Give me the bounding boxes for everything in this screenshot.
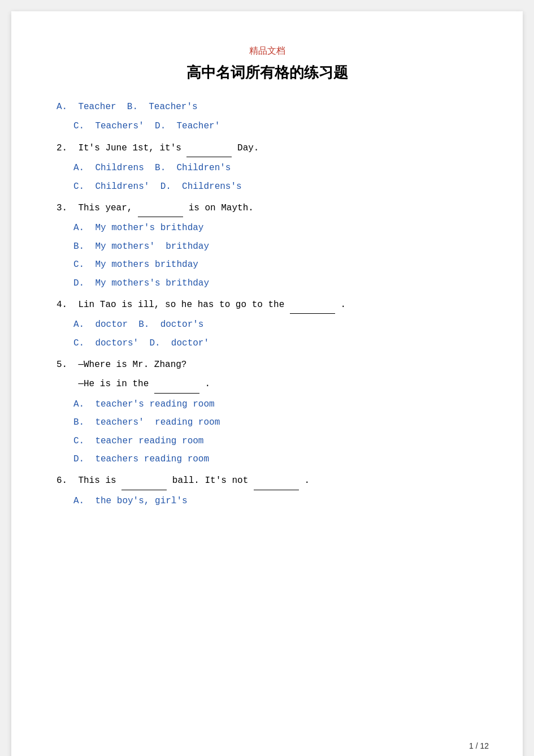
q1-option-CD: C. Teachers' D. Teacher' — [73, 118, 477, 135]
q3-text: 3. This year, is on Mayth. — [57, 200, 477, 217]
q5-text1: 5. —Where is Mr. Zhang? — [57, 356, 477, 373]
q1-opt-CD-text: C. Teachers' D. Teacher' — [73, 121, 220, 131]
watermark: 精品文档 — [57, 45, 477, 57]
q6-blank2 — [254, 472, 299, 490]
q5-option-B: B. teachers' reading room — [73, 414, 477, 431]
q5-option-A: A. teacher's reading room — [73, 396, 477, 413]
content-area: A. Teacher B. Teacher's C. Teachers' D. … — [57, 98, 477, 509]
q4-option-CD: C. doctors' D. doctor' — [73, 335, 477, 352]
q2-option-AB: A. Childrens B. Children's — [73, 159, 477, 176]
q5-option-D: D. teachers reading room — [73, 451, 477, 468]
q5-text2: —He is in the . — [57, 375, 477, 393]
q3-option-B: B. My mothers' brithday — [73, 238, 477, 255]
q1-option-AB: A. Teacher B. Teacher's — [57, 98, 477, 115]
q5-blank — [154, 375, 199, 393]
q6-text: 6. This is ball. It's not . — [57, 472, 477, 490]
q4-option-AB: A. doctor B. doctor's — [73, 316, 477, 333]
q6-blank1 — [121, 472, 167, 490]
q1-opt-AB-text: A. Teacher B. Teacher's — [57, 102, 198, 112]
q4-text: 4. Lin Tao is ill, so he has to go to th… — [57, 296, 477, 314]
main-title: 高中名词所有格的练习题 — [57, 63, 477, 83]
q2-option-CD: C. Childrens' D. Childrens's — [73, 178, 477, 195]
q6-option-A: A. the boy's, girl's — [73, 493, 477, 509]
q3-option-A: A. My mother's brithday — [73, 219, 477, 236]
page-number: 1 / 12 — [469, 741, 489, 750]
q4-blank — [290, 296, 335, 314]
page: 精品文档 高中名词所有格的练习题 A. Teacher B. Teacher's… — [11, 11, 523, 756]
q5-option-C: C. teacher reading room — [73, 433, 477, 450]
q3-blank — [138, 200, 183, 217]
q3-option-C: C. My mothers brithday — [73, 256, 477, 273]
q2-text: 2. It's June 1st, it's Day. — [57, 140, 477, 157]
q2-blank — [186, 140, 232, 157]
q3-option-D: D. My mothers's brithday — [73, 275, 477, 292]
